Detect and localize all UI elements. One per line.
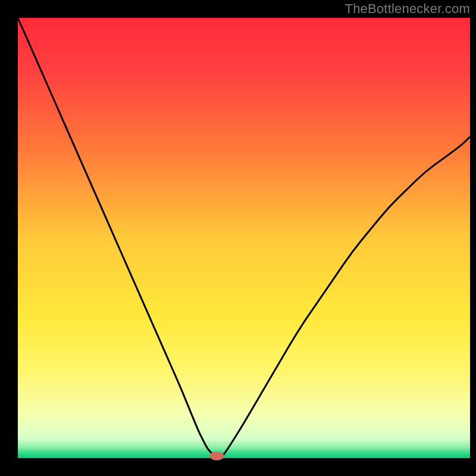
plot-background xyxy=(18,18,470,458)
chart-frame: TheBottlenecker.com xyxy=(0,0,476,476)
watermark-text: TheBottlenecker.com xyxy=(345,1,470,17)
optimum-marker xyxy=(209,452,224,461)
bottleneck-chart xyxy=(0,0,476,476)
